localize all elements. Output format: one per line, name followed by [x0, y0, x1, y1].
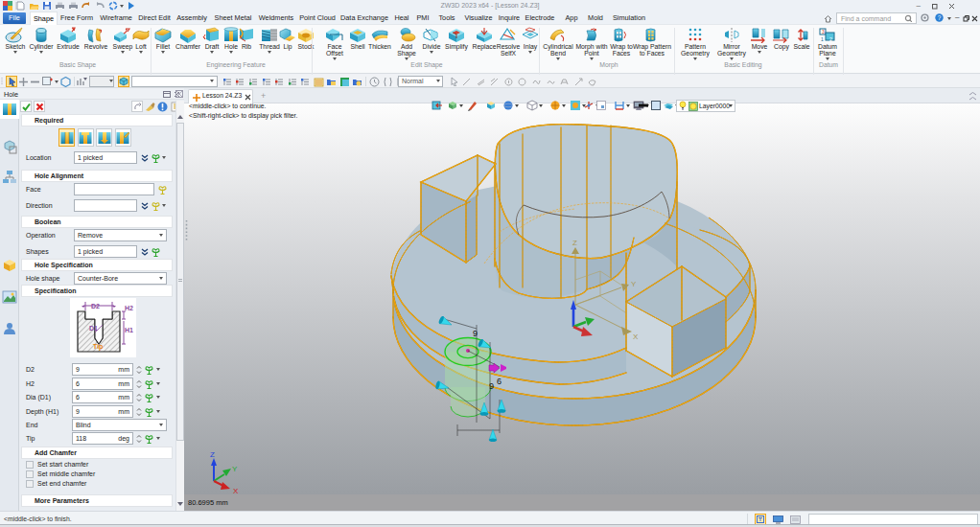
svg-text:H2: H2: [125, 305, 133, 311]
svg-text:2: 2: [829, 36, 832, 42]
svg-text:D2: D2: [91, 303, 100, 309]
svg-text:1: 1: [821, 36, 824, 42]
svg-text:Y: Y: [631, 280, 637, 288]
svg-text:Y: Y: [232, 465, 238, 473]
svg-text:9: 9: [489, 381, 494, 391]
svg-text:9: 9: [473, 329, 478, 338]
svg-text:6: 6: [497, 377, 502, 386]
svg-text:X: X: [633, 332, 639, 341]
svg-text:?: ?: [938, 14, 942, 21]
svg-text:H1: H1: [125, 327, 133, 333]
svg-text:Tip: Tip: [93, 343, 103, 351]
svg-text:3: 3: [822, 29, 825, 34]
svg-text:X: X: [233, 487, 239, 494]
svg-text:Z: Z: [572, 239, 577, 247]
svg-text:Z: Z: [210, 450, 215, 459]
